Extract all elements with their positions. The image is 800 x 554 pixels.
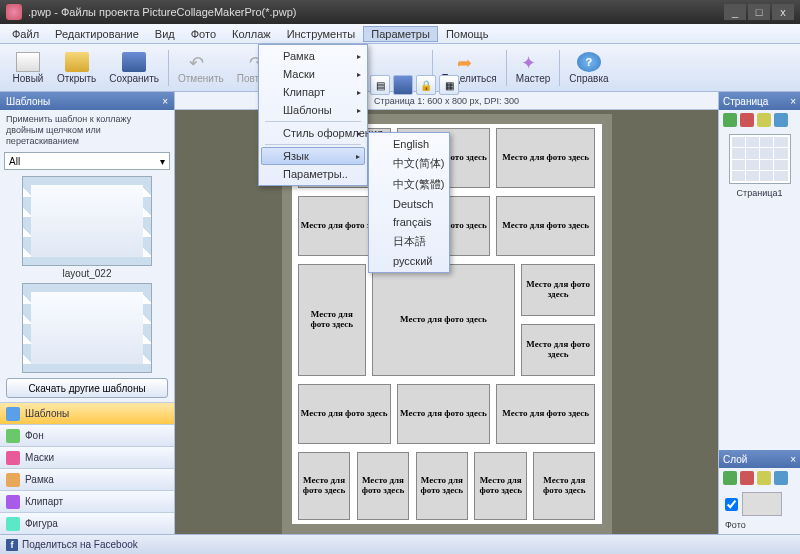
menu-edit[interactable]: Редактирование: [47, 26, 147, 42]
dd-skin[interactable]: Стиль оформления▸: [261, 124, 365, 142]
tb-undo: ↶Отменить: [172, 50, 230, 86]
layer-dup-icon[interactable]: [757, 471, 771, 485]
arrow-right-icon: ▸: [357, 52, 361, 61]
lang-deutsch[interactable]: Deutsch: [371, 195, 447, 213]
statusbar: f Поделиться на Facebook: [0, 534, 800, 554]
tb-help[interactable]: ?Справка: [563, 50, 614, 86]
template-item[interactable]: layout_022: [4, 176, 170, 279]
arrow-right-icon: ▸: [357, 106, 361, 115]
delete-page-icon[interactable]: [740, 113, 754, 127]
photo-placeholder[interactable]: Место для фото здесь: [521, 264, 595, 316]
panel-close-icon[interactable]: ×: [162, 96, 168, 107]
chevron-down-icon: ▾: [160, 156, 165, 167]
open-icon: [65, 52, 89, 72]
dd-settings[interactable]: Параметры..: [261, 165, 365, 183]
panel-close-icon[interactable]: ×: [790, 454, 796, 465]
menu-file[interactable]: Файл: [4, 26, 47, 42]
align-btn[interactable]: ▤: [370, 75, 390, 95]
dd-language[interactable]: Язык▸: [261, 147, 365, 165]
templates-category-dropdown[interactable]: All▾: [4, 152, 170, 170]
canvas-toolbar: ▤ 🔒 ▦: [370, 73, 459, 97]
window-title: .pwp - Файлы проекта PictureCollageMaker…: [28, 6, 724, 18]
tab-background[interactable]: Фон: [0, 424, 174, 446]
page-thumbnail[interactable]: [729, 134, 791, 184]
photo-placeholder[interactable]: Место для фото здесь: [496, 384, 595, 444]
templates-icon: [6, 407, 20, 421]
lang-zh-traditional[interactable]: 中文(繁體): [371, 174, 447, 195]
photo-placeholder[interactable]: Место для фото здесь: [298, 452, 351, 520]
menu-view[interactable]: Вид: [147, 26, 183, 42]
tab-templates[interactable]: Шаблоны: [0, 402, 174, 424]
photo-placeholder[interactable]: Место для фото здесь: [372, 264, 515, 376]
close-button[interactable]: x: [772, 4, 794, 20]
photo-placeholder[interactable]: Место для фото здесь: [397, 384, 490, 444]
lang-japanese[interactable]: 日本語: [371, 231, 447, 252]
photo-placeholder[interactable]: Место для фото здесь: [496, 196, 595, 256]
layer-visible-checkbox[interactable]: [725, 498, 738, 511]
photo-placeholder[interactable]: Место для фото здесь: [416, 452, 469, 520]
lock-btn[interactable]: 🔒: [416, 75, 436, 95]
menubar: Файл Редактирование Вид Фото Коллаж Инст…: [0, 24, 800, 44]
tab-clipart[interactable]: Клипарт: [0, 490, 174, 512]
tab-masks[interactable]: Маски: [0, 446, 174, 468]
background-icon: [6, 429, 20, 443]
minimize-button[interactable]: _: [724, 4, 746, 20]
template-thumb: [22, 283, 152, 373]
photo-placeholder[interactable]: Место для фото здесь: [298, 264, 366, 376]
layer-label: Фото: [719, 520, 800, 534]
shape-icon: [6, 517, 20, 531]
lang-russian[interactable]: русский: [371, 252, 447, 270]
photo-placeholder[interactable]: Место для фото здесь: [496, 128, 595, 188]
app-icon: [6, 4, 22, 20]
photo-placeholder[interactable]: Место для фото здесь: [474, 452, 527, 520]
layer-thumb[interactable]: [742, 492, 782, 516]
pages-header: Страница×: [719, 92, 800, 110]
page-label: Страница1: [719, 188, 800, 198]
dd-clipart[interactable]: Клипарт▸: [261, 83, 365, 101]
menu-photo[interactable]: Фото: [183, 26, 224, 42]
download-templates-button[interactable]: Скачать другие шаблоны: [6, 378, 168, 398]
photo-placeholder[interactable]: Место для фото здесь: [357, 452, 410, 520]
arrow-right-icon: ▸: [356, 152, 360, 161]
layer-up-icon[interactable]: [723, 471, 737, 485]
lang-zh-simplified[interactable]: 中文(简体): [371, 153, 447, 174]
lang-francais[interactable]: français: [371, 213, 447, 231]
layer-del-icon[interactable]: [774, 471, 788, 485]
share-facebook-link[interactable]: Поделиться на Facebook: [22, 539, 138, 550]
move-page-icon[interactable]: [774, 113, 788, 127]
tb-save[interactable]: Сохранить: [103, 50, 165, 86]
menu-collage[interactable]: Коллаж: [224, 26, 279, 42]
grid-btn[interactable]: ▦: [439, 75, 459, 95]
copy-page-icon[interactable]: [757, 113, 771, 127]
tb-open[interactable]: Открыть: [51, 50, 102, 86]
dd-masks[interactable]: Маски▸: [261, 65, 365, 83]
tab-shape[interactable]: Фигура: [0, 512, 174, 534]
photo-placeholder[interactable]: Место для фото здесь: [298, 384, 391, 444]
menu-help[interactable]: Помощь: [438, 26, 497, 42]
wizard-icon: ✦: [521, 52, 545, 72]
panel-close-icon[interactable]: ×: [790, 96, 796, 107]
layer-down-icon[interactable]: [740, 471, 754, 485]
share-icon: ➦: [457, 52, 481, 72]
template-item[interactable]: layout_023: [4, 283, 170, 374]
photo-placeholder[interactable]: Место для фото здесь: [533, 452, 595, 520]
arrow-right-icon: ▸: [357, 88, 361, 97]
photo-placeholder[interactable]: Место для фото здесь: [521, 324, 595, 376]
help-icon: ?: [577, 52, 601, 72]
tab-frame[interactable]: Рамка: [0, 468, 174, 490]
lang-english[interactable]: English: [371, 135, 447, 153]
tb-wizard[interactable]: ✦Мастер: [510, 50, 557, 86]
menu-tools[interactable]: Инструменты: [279, 26, 364, 42]
clipart-icon: [6, 495, 20, 509]
add-page-icon[interactable]: [723, 113, 737, 127]
facebook-icon[interactable]: f: [6, 539, 18, 551]
maximize-button[interactable]: □: [748, 4, 770, 20]
titlebar: .pwp - Файлы проекта PictureCollageMaker…: [0, 0, 800, 24]
options-dropdown: Рамка▸ Маски▸ Клипарт▸ Шаблоны▸ Стиль оф…: [258, 44, 368, 186]
dd-frame[interactable]: Рамка▸: [261, 47, 365, 65]
dd-templates[interactable]: Шаблоны▸: [261, 101, 365, 119]
save-btn[interactable]: [393, 75, 413, 95]
template-thumb: [22, 176, 152, 266]
tb-new[interactable]: Новый: [6, 50, 50, 86]
menu-options[interactable]: Параметры: [363, 26, 438, 42]
